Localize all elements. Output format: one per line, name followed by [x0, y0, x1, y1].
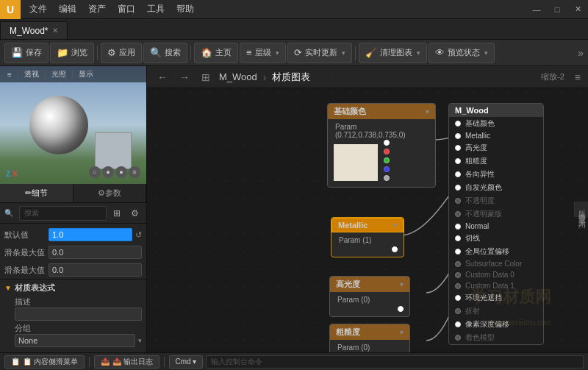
side-label: 版 本 管 理 关 闭	[574, 202, 588, 218]
node-base-color-chevron[interactable]: ▾	[426, 108, 429, 115]
bottom-sep-2	[164, 357, 165, 367]
preview-state-icon: 👁	[435, 47, 445, 58]
mat-desc-label: 描述	[15, 296, 142, 307]
output-pin-normal-dot	[455, 224, 461, 230]
cmd-button[interactable]: Cmd ▾	[169, 355, 204, 369]
node-metallic-chevron[interactable]: ▾	[393, 221, 397, 229]
axis-x-label: X	[12, 170, 18, 178]
menu-bar: 文件 编辑 资产 窗口 工具 帮助	[21, 1, 526, 17]
node-roughness-chevron[interactable]: ▾	[400, 329, 404, 336]
toolbar-end: »	[578, 47, 584, 59]
menu-file[interactable]: 文件	[24, 1, 53, 17]
viewport-mode-menu[interactable]: ≡	[3, 70, 16, 79]
node-graph[interactable]: 基础颜色 ▾ Param (0.712,0.738,0.735,0)	[147, 88, 573, 352]
apply-button[interactable]: ⚙ 应用	[101, 43, 142, 63]
menu-help[interactable]: 帮助	[171, 1, 200, 17]
param-default-value: 1.0	[52, 230, 63, 239]
node-metallic-pin-row	[334, 245, 401, 254]
toolbar-expand-icon[interactable]: »	[578, 47, 584, 59]
menu-edit[interactable]: 编辑	[53, 1, 82, 17]
node-base-color[interactable]: 基础颜色 ▾ Param (0.712,0.738,0.735,0)	[327, 103, 436, 188]
menu-tools[interactable]: 工具	[141, 1, 171, 17]
viewport-axes: Z X	[6, 170, 18, 178]
browse-button[interactable]: 📁 浏览	[50, 43, 94, 63]
viewport-display-btn[interactable]: 显示	[74, 68, 98, 80]
tab-details-label: 细节	[32, 188, 48, 199]
output-node[interactable]: M_Wood 基础颜色 Metallic 高光度 粗糙度	[448, 103, 544, 345]
node-base-color-swatch	[334, 144, 378, 181]
home-button[interactable]: 🏠 主页	[194, 43, 238, 63]
viewport-ctrl-1[interactable]: ○	[89, 166, 101, 178]
hierarchy-label: 层级	[255, 47, 271, 58]
axis-z-label: Z	[6, 170, 10, 178]
maximize-button[interactable]: □	[547, 0, 567, 19]
param-slide-min-input[interactable]: 0.0	[49, 246, 142, 259]
tab-m-wood[interactable]: M_Wood* ✕	[0, 21, 68, 39]
output-pin-metallic: Metallic	[449, 130, 543, 141]
preview-state-button[interactable]: 👁 预览状态 ▾	[429, 43, 495, 63]
mat-desc-input[interactable]	[15, 307, 142, 321]
output-pin-metallic-dot	[455, 133, 461, 139]
vp-sep	[18, 70, 18, 79]
mat-section-header[interactable]: ▼ 材质表达式	[4, 282, 142, 293]
content-drawer-button[interactable]: 📋 📋 内容侧滑菜单	[4, 355, 85, 369]
node-pin-g	[384, 157, 390, 163]
node-pin-1	[384, 140, 390, 146]
live-update-icon: ⟳	[294, 47, 302, 58]
output-pin-specular: 高光度	[449, 141, 543, 154]
close-button[interactable]: ✕	[567, 0, 588, 19]
output-log-button[interactable]: 📤 📤 输出日志	[94, 355, 159, 369]
live-update-button[interactable]: ⟳ 实时更新 ▾	[287, 43, 352, 63]
menu-asset[interactable]: 资产	[82, 1, 112, 17]
output-log-icon: 📤	[101, 357, 110, 366]
node-roughness-param: Param (0)	[333, 343, 406, 352]
toolbar-separator-2	[190, 46, 191, 60]
output-pin-pixel-depth: 像素深度偏移	[449, 318, 543, 331]
param-reset-icon[interactable]: ↺	[135, 230, 142, 240]
menu-window[interactable]: 窗口	[112, 1, 141, 17]
mat-group-select[interactable]: None ▾	[15, 334, 142, 347]
node-roughness-hi-chevron[interactable]: ▾	[400, 281, 404, 288]
param-slide-max-input[interactable]: 0.0	[49, 263, 142, 277]
live-update-chevron: ▾	[342, 49, 345, 57]
viewport-ctrl-4[interactable]: ≡	[129, 166, 140, 178]
cmd-input[interactable]: 输入控制台命令	[206, 355, 584, 369]
tab-close-icon[interactable]: ✕	[52, 26, 58, 35]
viewport: ≡ 透视 光照 显示 Z X ○ ● ● ≡	[0, 66, 146, 184]
search-button[interactable]: 🔍 搜索	[143, 43, 187, 63]
node-roughness-hi-title: 高光度	[336, 279, 360, 290]
viewport-ctrl-3[interactable]: ●	[115, 166, 127, 178]
param-slide-max-value: 0.0	[52, 266, 63, 274]
output-pin-ao: 环境光遮挡	[449, 291, 543, 305]
node-base-color-content	[331, 140, 432, 184]
browse-label: 浏览	[71, 47, 87, 58]
graph-area: ← → ⊞ M_Wood › 材质图表 缩放-2 ≡	[147, 66, 588, 352]
grid-view-button[interactable]: ⊞	[110, 206, 124, 221]
node-roughness-hi[interactable]: 高光度 ▾ Param (0)	[329, 276, 410, 317]
node-roughness[interactable]: 粗糙度 ▾ Param (0)	[329, 324, 410, 352]
output-label-aniso: 各向异性	[465, 169, 495, 179]
tab-params[interactable]: ⚙ 参数	[74, 184, 147, 202]
output-label-normal: Normal	[465, 222, 489, 230]
node-roughness-header: 粗糙度 ▾	[330, 324, 409, 340]
hierarchy-button[interactable]: ≡ 层级 ▾	[240, 43, 286, 63]
node-roughness-hi-header: 高光度 ▾	[330, 277, 409, 292]
node-metallic[interactable]: Metallic ▾ Param (1)	[331, 217, 404, 257]
clean-graph-button[interactable]: 🧹 清理图表 ▾	[359, 43, 427, 63]
save-button[interactable]: 💾 保存	[4, 43, 49, 63]
output-label-pixel-depth: 像素深度偏移	[465, 319, 509, 330]
minimize-button[interactable]: —	[526, 0, 547, 19]
browse-icon: 📁	[57, 47, 68, 58]
settings-button[interactable]: ⚙	[127, 206, 142, 221]
param-default-input[interactable]: 1.0	[49, 228, 132, 241]
viewport-perspective-btn[interactable]: 透视	[20, 68, 43, 80]
mat-group-input[interactable]: None	[15, 334, 135, 347]
output-pin-custom0: Custom Data 0	[449, 269, 543, 280]
mat-group-chevron: ▾	[138, 337, 142, 344]
viewport-lighting-btn[interactable]: 光照	[47, 68, 71, 80]
search-box[interactable]: 搜索	[19, 206, 107, 221]
viewport-ctrl-2[interactable]: ●	[102, 166, 114, 178]
tab-details[interactable]: ✏ 细节	[0, 184, 74, 202]
cmd-label: Cmd ▾	[176, 357, 197, 366]
viewport-controls: ○ ● ● ≡	[89, 166, 140, 178]
